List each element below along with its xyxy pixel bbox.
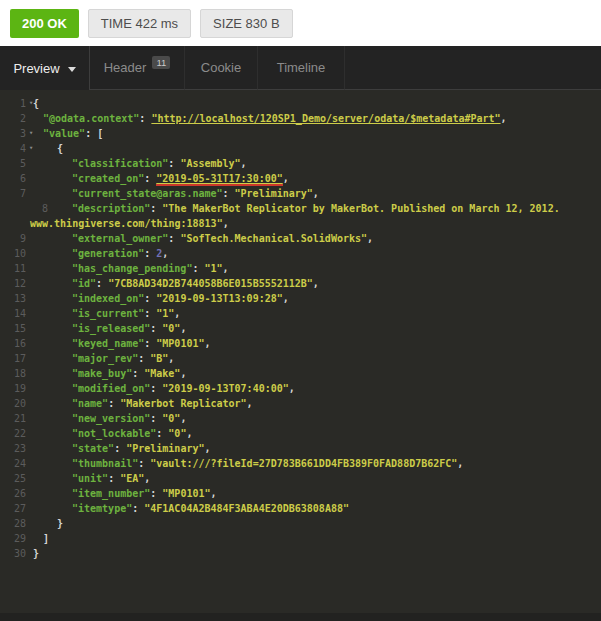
json-punctuation: , xyxy=(204,443,210,454)
code-line: 9"external_owner": "SofTech.Mechanical.S… xyxy=(0,231,601,246)
code-line: 10"generation": 2, xyxy=(0,246,601,261)
code-line: 15"is_released": "0", xyxy=(0,321,601,336)
json-punctuation: : xyxy=(139,113,151,124)
line-number: 6 xyxy=(0,171,26,186)
json-key: "new_version" xyxy=(72,413,150,424)
json-punctuation: , xyxy=(180,368,186,379)
json-punctuation: : xyxy=(114,443,126,454)
json-punctuation: , xyxy=(211,488,217,499)
json-key: "description" xyxy=(72,203,150,214)
line-number: 21 xyxy=(0,411,26,426)
code-line: 18"make_buy": "Make", xyxy=(0,366,601,381)
line-number: 29 xyxy=(0,531,26,546)
json-preview-pane[interactable]: 1▾{2"@odata.context": "http://localhost/… xyxy=(0,90,601,621)
json-punctuation: : xyxy=(168,233,180,244)
code-line: 26"item_number": "MP0101", xyxy=(0,486,601,501)
json-punctuation: : xyxy=(132,368,144,379)
line-number: 10 xyxy=(0,246,26,261)
json-punctuation: , xyxy=(313,278,319,289)
fold-arrow-icon[interactable]: ▾ xyxy=(29,96,33,111)
line-number: 2 xyxy=(0,111,26,126)
code-line: 28} xyxy=(0,516,601,531)
line-number: 5 xyxy=(0,156,26,171)
json-string: "B" xyxy=(150,353,168,364)
tab-cookie-label: Cookie xyxy=(201,60,241,75)
json-punctuation: : xyxy=(108,398,120,409)
tab-header[interactable]: Header 11 xyxy=(90,46,185,90)
line-number: 16 xyxy=(0,336,26,351)
line-number: 3 xyxy=(0,126,26,141)
json-punctuation: ] xyxy=(43,533,49,544)
line-number: 12 xyxy=(0,276,26,291)
json-punctuation: , xyxy=(367,233,373,244)
json-punctuation: , xyxy=(186,428,192,439)
chevron-down-icon[interactable] xyxy=(68,67,76,72)
json-string: "Assembly" xyxy=(180,158,240,169)
json-punctuation: : xyxy=(223,188,235,199)
json-punctuation: : xyxy=(132,503,144,514)
json-url-link[interactable]: "http://localhost/120SP1_Demo/server/oda… xyxy=(151,113,500,124)
code-line: 25"unit": "EA", xyxy=(0,471,601,486)
json-punctuation: , xyxy=(144,473,150,484)
json-string: "vault:///?fileId=27D783B661DD4FB389F0FA… xyxy=(150,458,457,469)
fold-arrow-icon[interactable]: ▾ xyxy=(29,141,33,156)
json-key: "unit" xyxy=(72,473,108,484)
code-line: 17"major_rev": "B", xyxy=(0,351,601,366)
code-line: 13"indexed_on": "2019-09-13T13:09:28", xyxy=(0,291,601,306)
json-punctuation: , xyxy=(313,188,319,199)
json-punctuation: } xyxy=(33,548,39,559)
json-punctuation: : xyxy=(144,338,156,349)
response-status-bar: 200 OK TIME 422 ms SIZE 830 B xyxy=(0,0,601,46)
line-number: 28 xyxy=(0,516,26,531)
line-number: 25 xyxy=(0,471,26,486)
code-line: 5"classification": "Assembly", xyxy=(0,156,601,171)
json-string: "2019-09-13T07:40:00" xyxy=(162,383,288,394)
json-punctuation: { xyxy=(57,143,63,154)
line-number: 11 xyxy=(0,261,26,276)
json-key: "is_current" xyxy=(72,308,144,319)
code-line: 22"not_lockable": "0", xyxy=(0,426,601,441)
fold-arrow-icon[interactable]: ▾ xyxy=(29,126,33,141)
json-punctuation: } xyxy=(57,518,63,529)
json-punctuation: : xyxy=(192,263,204,274)
json-key: "id" xyxy=(72,278,96,289)
code-line: 21"new_version": "0", xyxy=(0,411,601,426)
json-date-value[interactable]: "2019-05-31T17:30:00" xyxy=(156,173,282,186)
json-punctuation: : xyxy=(138,458,150,469)
json-punctuation: , xyxy=(283,173,289,184)
json-punctuation: : xyxy=(168,158,180,169)
code-line: 20"name": "Makerbot Replicator", xyxy=(0,396,601,411)
line-number: 19 xyxy=(0,381,26,396)
line-number: 26 xyxy=(0,486,26,501)
json-string: "1" xyxy=(204,263,222,274)
json-punctuation: , xyxy=(223,218,229,229)
line-number: 23 xyxy=(0,441,26,456)
code-line: 2"@odata.context": "http://localhost/120… xyxy=(0,111,601,126)
tab-cookie[interactable]: Cookie xyxy=(185,46,258,90)
json-punctuation: : xyxy=(144,308,156,319)
json-punctuation: , xyxy=(289,383,295,394)
json-key: "major_rev" xyxy=(72,353,138,364)
code-line: 23"state": "Preliminary", xyxy=(0,441,601,456)
tab-timeline[interactable]: Timeline xyxy=(258,46,345,90)
json-key: "state" xyxy=(72,443,114,454)
json-string: "1" xyxy=(156,308,174,319)
json-key: "@odata.context" xyxy=(43,113,139,124)
json-string: "2019-09-13T13:09:28" xyxy=(156,293,282,304)
json-string: "7CB8AD34D2B744058B6E015B5552112B" xyxy=(108,278,313,289)
code-line: 1▾{ xyxy=(0,96,601,111)
code-line: 30} xyxy=(0,546,601,561)
json-string: "SofTech.Mechanical.SolidWorks" xyxy=(180,233,367,244)
json-key: "name" xyxy=(72,398,108,409)
line-number: 18 xyxy=(0,366,26,381)
json-punctuation: , xyxy=(204,338,210,349)
json-punctuation: : [ xyxy=(85,128,103,139)
tab-preview[interactable]: Preview xyxy=(0,46,90,90)
tab-preview-label: Preview xyxy=(13,61,59,76)
json-key: "indexed_on" xyxy=(72,293,144,304)
json-key: "value" xyxy=(43,128,85,139)
json-punctuation: , xyxy=(457,458,463,469)
code-line: 19"modified_on": "2019-09-13T07:40:00", xyxy=(0,381,601,396)
line-number: 20 xyxy=(0,396,26,411)
json-string: "Preliminary" xyxy=(126,443,204,454)
